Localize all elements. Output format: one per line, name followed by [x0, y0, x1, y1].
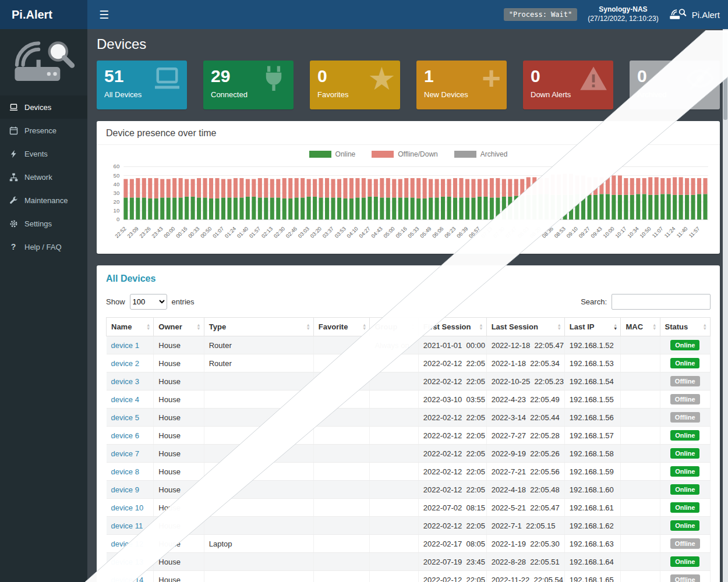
table-row: device 2HouseRouter2022-02-12 22:052022-… [107, 354, 711, 372]
table-controls: Show 100 entries Search: [106, 294, 711, 310]
table-row: device 4House2022-03-10 03:552022-4-23 2… [107, 391, 711, 409]
column-header-type[interactable]: Type▲▼ [204, 318, 313, 336]
device-link[interactable]: device 5 [111, 413, 139, 422]
svg-text:04:10: 04:10 [346, 226, 359, 239]
last-session-cell: 2022-8-28 22:05.51 [486, 553, 564, 571]
device-link[interactable]: device 3 [111, 377, 139, 386]
sidebar-item-maintenance[interactable]: Maintenance [0, 189, 87, 212]
sidebar-item-label: Maintenance [24, 196, 68, 205]
favorite-cell [313, 481, 370, 499]
sort-icon: ▲▼ [411, 323, 415, 331]
device-link[interactable]: device 1 [111, 341, 139, 350]
calendar-icon [9, 126, 18, 135]
last-ip-cell: 192.168.1.56 [564, 409, 621, 427]
first-session-cell: 2022-02-12 22:05 [418, 571, 486, 582]
group-cell [370, 535, 418, 553]
column-header-last-ip[interactable]: Last IP▲▼ [564, 318, 621, 336]
svg-text:03:20: 03:20 [309, 226, 323, 239]
last-session-cell: 2022-10-25 22:05.23 [486, 372, 564, 391]
table-row: device 1HouseRouterAlways on2021-01-01 0… [107, 336, 711, 354]
column-header-mac[interactable]: MAC▲▼ [621, 318, 660, 336]
legend-swatch [309, 151, 331, 158]
card-down-alerts[interactable]: 0Down Alerts [523, 61, 613, 109]
table-row: device 14House2022-02-12 22:052022-11-22… [107, 571, 711, 582]
type-cell [204, 427, 313, 445]
mac-cell [621, 391, 660, 409]
svg-text:10: 10 [114, 207, 120, 214]
last-ip-cell: 192.168.1.59 [564, 463, 621, 481]
content-header: Devices [87, 29, 728, 59]
sidebar-item-settings[interactable]: Settings [0, 212, 87, 235]
first-session-cell: 2021-01-01 00:00 [418, 336, 486, 354]
svg-text:03:03: 03:03 [297, 226, 310, 239]
first-session-cell: 2022-07-19 23:45 [418, 553, 486, 571]
card-connected[interactable]: 29Connected [203, 61, 294, 109]
device-link[interactable]: device 7 [111, 449, 139, 458]
entries-select[interactable]: 100 [130, 294, 167, 310]
owner-cell: House [154, 481, 204, 499]
card-favorites[interactable]: 0Favorites★ [310, 61, 400, 109]
scrollbar-thumb[interactable] [723, 33, 727, 120]
table-row: device 6House2022-02-12 22:052022-7-27 2… [107, 427, 711, 445]
navbar-brand-right: Pi.Alert [669, 8, 720, 22]
column-header-last-session[interactable]: Last Session▲▼ [486, 318, 564, 336]
vertical-scrollbar[interactable] [723, 29, 728, 582]
sidebar-item-presence[interactable]: Presence [0, 119, 87, 142]
owner-cell: House [154, 372, 204, 391]
legend-item-archived[interactable]: Archived [454, 150, 508, 158]
column-header-group[interactable]: Group▲▼ [370, 318, 418, 336]
host-timestamp: (27/12/2022, 12:10:23) [588, 15, 658, 24]
device-link[interactable]: device 10 [111, 503, 144, 512]
sort-icon: ▲▼ [613, 323, 617, 331]
entries-label: entries [172, 297, 195, 306]
card-new-devices[interactable]: 1New Devices+ [416, 61, 507, 109]
legend-item-offline-down[interactable]: Offline/Down [372, 150, 437, 158]
column-header-favorite[interactable]: Favorite▲▼ [313, 318, 370, 336]
device-link[interactable]: device 12 [111, 540, 144, 548]
column-header-status[interactable]: Status▲▼ [660, 318, 710, 336]
sidebar-item-events[interactable]: Events [0, 142, 87, 165]
type-cell [204, 481, 313, 499]
column-header-owner[interactable]: Owner▲▼ [154, 318, 204, 336]
card-archived[interactable]: 0Archived [630, 61, 720, 109]
device-link[interactable]: device 11 [111, 521, 143, 530]
sidebar-item-devices[interactable]: Devices [0, 95, 87, 119]
svg-text:06:06: 06:06 [431, 226, 444, 239]
pialert-logo [0, 29, 87, 95]
sidebar-toggle-icon[interactable]: ☰ [96, 8, 112, 22]
device-link[interactable]: device 2 [111, 359, 139, 368]
app-logo[interactable]: Pi.Alert [0, 0, 87, 29]
gear-icon [9, 219, 18, 228]
card-all-devices[interactable]: 51All Devices [97, 61, 187, 109]
column-label: Last Session [492, 322, 538, 331]
sidebar-item-network[interactable]: Network [0, 165, 87, 189]
legend-item-online[interactable]: Online [309, 150, 356, 158]
device-link[interactable]: device 13 [111, 558, 144, 566]
svg-text:02:46: 02:46 [285, 226, 298, 239]
device-link[interactable]: device 8 [111, 467, 139, 476]
mac-cell [621, 553, 660, 571]
device-link[interactable]: device 6 [111, 431, 139, 440]
sort-icon: ▲▼ [479, 323, 483, 331]
device-link[interactable]: device 9 [111, 485, 139, 494]
last-ip-cell: 192.168.1.55 [564, 391, 621, 409]
favorite-cell [313, 517, 370, 535]
device-link[interactable]: device 14 [111, 576, 144, 582]
sort-icon: ▲▼ [196, 323, 200, 331]
favorite-cell [313, 445, 370, 463]
column-header-name[interactable]: Name▲▼ [107, 318, 154, 336]
group-cell [370, 372, 418, 391]
column-header-first-session[interactable]: First Session▲▼ [418, 318, 486, 336]
sidebar-item-help-faq[interactable]: ?Help / FAQ [0, 235, 87, 258]
sort-icon: ▲▼ [557, 323, 561, 331]
column-label: MAC [625, 322, 643, 331]
search-input[interactable] [612, 294, 711, 310]
last-session-cell: 2022-3-14 22:05.44 [486, 409, 564, 427]
navbar-main: ☰ "Process: Wait" Synology-NAS (27/12/20… [87, 0, 728, 29]
mac-cell [621, 445, 660, 463]
status-badge: Offline [670, 376, 700, 386]
device-link[interactable]: device 4 [111, 395, 139, 404]
svg-text:09:43: 09:43 [590, 226, 603, 239]
svg-text:08:20: 08:20 [529, 226, 542, 239]
status-badge: Online [670, 484, 699, 495]
